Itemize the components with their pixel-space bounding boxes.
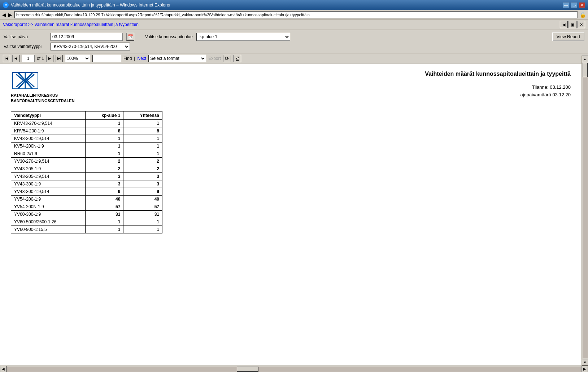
nav-toolbar: Vakioraportit >> Vaihteiden määrät kunno… [0, 19, 588, 30]
scroll-right-button[interactable]: ▶ [582, 366, 588, 372]
cell-total: 2 [123, 165, 162, 172]
col-header-kp1: kp-alue 1 [85, 111, 123, 119]
cell-type: YV30-270-1:9,514 [11, 157, 86, 165]
format-select[interactable]: Select a format PDF Excel Word CSV [148, 55, 206, 62]
cell-total: 1 [123, 119, 162, 127]
table-row: YV43-300-1:933 [11, 180, 162, 188]
table-row: YV60-900-1:15,511 [11, 226, 162, 233]
kp-label: Valitse kunnossapitoalue [145, 34, 193, 39]
cell-type: KV43-300-1:9,514 [11, 135, 86, 142]
cell-kp1: 9 [85, 188, 123, 195]
cell-type: YV60-5000/2500-1:26 [11, 218, 86, 226]
page-of-label: of 1 [37, 56, 44, 61]
table-row: KRV54-200-1:988 [11, 127, 162, 135]
table-row: YV54-200N-1:95757 [11, 203, 162, 210]
table-row: YV43-205-1:922 [11, 165, 162, 172]
scroll-track-vertical[interactable] [583, 63, 588, 358]
scroll-down-button[interactable]: ▼ [582, 359, 588, 366]
last-page-button[interactable]: ▶| [56, 55, 63, 62]
refresh-button[interactable]: ⟳ [223, 55, 231, 62]
cell-kp1: 1 [85, 226, 123, 233]
date-label: Valitse päivä [4, 34, 47, 39]
find-next-link[interactable]: Next [137, 56, 146, 61]
table-row: RR60-2x1:911 [11, 150, 162, 157]
nav-btn-3[interactable]: ✕ [577, 21, 585, 28]
cell-kp1: 1 [85, 150, 123, 157]
view-report-button[interactable]: View Report [552, 32, 584, 41]
scroll-left-button[interactable]: ◀ [0, 366, 6, 372]
find-input[interactable] [92, 55, 121, 62]
back-icon[interactable]: ◀ [2, 12, 6, 18]
cell-type: KRV54-200-1:9 [11, 127, 86, 135]
cell-kp1: 57 [85, 203, 123, 210]
cell-kp1: 2 [85, 157, 123, 165]
lock-icon: 🔒 [580, 12, 586, 18]
cell-type: YV60-900-1:15,5 [11, 226, 86, 233]
report-toolbar: |◀ ◀ of 1 ▶ ▶| 100% 75% 50% 150% Find | … [0, 53, 588, 64]
scroll-thumb-vertical[interactable] [583, 63, 588, 77]
export-label: Export [208, 56, 221, 61]
page-input[interactable] [22, 55, 35, 62]
cell-total: 8 [123, 127, 162, 135]
vertical-scrollbar[interactable]: ▲ ▼ [582, 56, 588, 366]
table-row: YV43-205-1:9,51433 [11, 172, 162, 180]
data-table: Vaihdetyyppi kp-alue 1 Yhteensä KRV43-27… [11, 111, 162, 233]
close-button[interactable]: ✕ [579, 2, 585, 8]
first-page-button[interactable]: |◀ [3, 55, 10, 62]
table-row: YV54-200-1:94040 [11, 195, 162, 203]
type-label: Valitse vaihdetyyppi [4, 44, 47, 49]
table-row: YV30-270-1:9,51422 [11, 157, 162, 165]
breadcrumb-current: Vaihteiden määrät kunnossapitoalueittain… [34, 22, 139, 27]
table-row: KV43-300-1:9,51411 [11, 135, 162, 142]
main-content: RATAHALLINTOKESKUS BANFÖRVALTNINGSCENTRA… [0, 64, 588, 363]
restore-button[interactable]: ▭ [571, 2, 577, 8]
cell-total: 1 [123, 150, 162, 157]
type-select[interactable]: KRV43-270-1:9,514, KRV54-200 [51, 43, 130, 51]
title-bar: e Vaihteiden määrät kunnossapitoalueitta… [0, 0, 588, 10]
ie-icon: e [3, 2, 9, 8]
scroll-thumb-horizontal[interactable] [237, 367, 258, 372]
cell-kp1: 31 [85, 210, 123, 218]
next-page-button[interactable]: ▶ [46, 55, 53, 62]
cell-kp1: 1 [85, 119, 123, 127]
date-input[interactable] [51, 33, 123, 41]
cell-kp1: 40 [85, 195, 123, 203]
table-row: KV54-200N-1:911 [11, 142, 162, 150]
cell-total: 31 [123, 210, 162, 218]
cell-kp1: 3 [85, 172, 123, 180]
logo-area: RATAHALLINTOKESKUS BANFÖRVALTNINGSCENTRA… [11, 71, 75, 104]
cell-type: YV43-205-1:9 [11, 165, 86, 172]
prev-page-button[interactable]: ◀ [12, 55, 19, 62]
breadcrumb-separator: >> [27, 22, 34, 27]
nav-btn-2[interactable]: ▣ [569, 21, 576, 28]
table-row: KRV43-270-1:9,51411 [11, 119, 162, 127]
breadcrumb-link[interactable]: Vakioraportit [3, 22, 27, 27]
breadcrumb: Vakioraportit >> Vaihteiden määrät kunno… [3, 22, 139, 27]
zoom-select[interactable]: 100% 75% 50% 150% [65, 55, 90, 62]
nav-btn-1[interactable]: ◀ [560, 21, 568, 28]
cell-total: 1 [123, 142, 162, 150]
report-main-title: Vaihteiden määrät kunnossapitoalueittain… [425, 71, 571, 77]
cell-type: RR60-2x1:9 [11, 150, 86, 157]
forward-icon[interactable]: ▶ [8, 12, 12, 18]
kp-select[interactable]: kp-alue 1 [196, 33, 290, 41]
table-row: YV60-300-1:93131 [11, 210, 162, 218]
scroll-track-horizontal[interactable] [7, 367, 581, 372]
horizontal-scrollbar[interactable]: ◀ ▶ [0, 366, 588, 372]
print-button[interactable]: 🖨 [233, 55, 241, 62]
cell-kp1: 1 [85, 135, 123, 142]
scroll-up-button[interactable]: ▲ [582, 56, 588, 62]
cell-type: YV43-300-1:9 [11, 180, 86, 188]
table-row: YV60-5000/2500-1:2611 [11, 218, 162, 226]
cell-total: 3 [123, 180, 162, 188]
calendar-button[interactable]: 📅 [126, 33, 134, 41]
cell-type: YV54-200N-1:9 [11, 203, 86, 210]
col-header-type: Vaihdetyyppi [11, 111, 86, 119]
cell-type: YV60-300-1:9 [11, 210, 86, 218]
cell-total: 1 [123, 135, 162, 142]
report-title-area: Vaihteiden määrät kunnossapitoalueittain… [425, 71, 571, 100]
org-name: RATAHALLINTOKESKUS BANFÖRVALTNINGSCENTRA… [11, 93, 75, 104]
address-input[interactable] [14, 11, 578, 18]
ajopvm-label: ajopäivämäärä 03.12.20 [425, 92, 571, 97]
minimize-button[interactable]: — [563, 2, 569, 8]
